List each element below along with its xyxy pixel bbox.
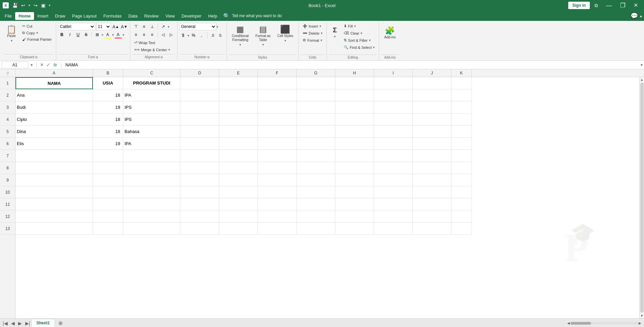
row-num-11[interactable]: 11: [0, 198, 15, 210]
cell-e10[interactable]: [219, 186, 258, 198]
orientation-dropdown-icon[interactable]: ▾: [168, 25, 169, 29]
cell-d5[interactable]: [180, 126, 219, 138]
cell-b7[interactable]: [93, 150, 123, 162]
scroll-thumb-horizontal[interactable]: [571, 322, 591, 325]
cell-d8[interactable]: [180, 162, 219, 174]
cell-i4[interactable]: [374, 113, 413, 126]
scroll-thumb-vertical[interactable]: [640, 83, 644, 313]
menu-review[interactable]: Review: [141, 12, 162, 20]
cell-b5[interactable]: 18: [93, 126, 123, 138]
restore-down-icon[interactable]: ⧉: [591, 2, 601, 9]
row-num-3[interactable]: 3: [0, 101, 15, 113]
copy-button[interactable]: ⧉ Copy ▾: [20, 30, 54, 36]
format-painter-button[interactable]: 🖌 Format Painter: [20, 36, 54, 42]
cell-styles-dropdown-icon[interactable]: ▾: [284, 39, 286, 42]
cell-e6[interactable]: [219, 138, 258, 150]
cell-k8[interactable]: [451, 162, 472, 174]
cell-b13[interactable]: [93, 223, 123, 235]
align-center-button[interactable]: ≡: [140, 31, 148, 38]
cell-e1[interactable]: [219, 77, 258, 89]
cell-h9[interactable]: [335, 174, 374, 186]
cell-h3[interactable]: [335, 101, 374, 113]
grow-font-button[interactable]: A▲: [112, 23, 120, 30]
increase-decimal-button[interactable]: 0.: [217, 32, 225, 39]
cell-f7[interactable]: [258, 150, 297, 162]
cell-a5[interactable]: Dina: [15, 126, 93, 138]
cell-j4[interactable]: [413, 113, 451, 126]
col-header-h[interactable]: H: [335, 69, 374, 77]
addins-button[interactable]: 🧩 Add-ins: [381, 23, 399, 43]
cell-c3[interactable]: IPS: [123, 101, 180, 113]
cell-a7[interactable]: [15, 150, 93, 162]
undo-icon[interactable]: ↩: [20, 2, 27, 9]
cell-reference-box[interactable]: [1, 62, 28, 68]
cell-d2[interactable]: [180, 89, 219, 101]
col-header-a[interactable]: A: [15, 69, 93, 77]
next-sheet-icon[interactable]: ▶: [17, 320, 23, 327]
row-num-2[interactable]: 2: [0, 89, 15, 101]
cell-a8[interactable]: [15, 162, 93, 174]
cell-a2[interactable]: Ana: [15, 89, 93, 101]
cell-d7[interactable]: [180, 150, 219, 162]
cell-f8[interactable]: [258, 162, 297, 174]
cell-g7[interactable]: [297, 150, 335, 162]
strikethrough-button[interactable]: S: [82, 31, 90, 38]
menu-page-layout[interactable]: Page Layout: [69, 12, 100, 20]
col-header-b[interactable]: B: [93, 69, 123, 77]
cancel-formula-icon[interactable]: ✕: [40, 62, 44, 67]
cell-j13[interactable]: [413, 223, 451, 235]
underline-button[interactable]: U: [74, 31, 82, 38]
cell-j11[interactable]: [413, 198, 451, 210]
cell-j7[interactable]: [413, 150, 451, 162]
cell-h5[interactable]: [335, 126, 374, 138]
name-box-dropdown-icon[interactable]: ▾: [30, 63, 34, 67]
percent-button[interactable]: %: [190, 32, 197, 39]
col-header-i[interactable]: I: [374, 69, 413, 77]
sort-dropdown-icon[interactable]: ▾: [369, 38, 371, 42]
cell-c11[interactable]: [123, 198, 180, 210]
menu-insert[interactable]: Insert: [34, 12, 52, 20]
cell-i3[interactable]: [374, 101, 413, 113]
cell-k13[interactable]: [451, 223, 472, 235]
cell-e9[interactable]: [219, 174, 258, 186]
cell-f11[interactable]: [258, 198, 297, 210]
decrease-indent-button[interactable]: ◁: [160, 31, 167, 38]
save-icon[interactable]: 💾: [11, 2, 19, 9]
cell-f9[interactable]: [258, 174, 297, 186]
row-num-5[interactable]: 5: [0, 126, 15, 138]
clear-button[interactable]: ⌫ Clear ▾: [342, 30, 377, 36]
cell-i2[interactable]: [374, 89, 413, 101]
cell-c7[interactable]: [123, 150, 180, 162]
cell-a6[interactable]: Elis: [15, 138, 93, 150]
conditional-dropdown-icon[interactable]: ▾: [239, 43, 241, 46]
cell-i7[interactable]: [374, 150, 413, 162]
menu-data[interactable]: Data: [125, 12, 141, 20]
col-header-f[interactable]: F: [258, 69, 297, 77]
cell-c4[interactable]: IPS: [123, 113, 180, 126]
cell-a10[interactable]: [15, 186, 93, 198]
autosum-button[interactable]: Σ ▾: [329, 23, 341, 42]
delete-dropdown-icon[interactable]: ▾: [321, 31, 323, 35]
close-button[interactable]: ✕: [630, 1, 641, 9]
font-color-dropdown-icon[interactable]: ▾: [123, 33, 124, 37]
cell-a13[interactable]: [15, 223, 93, 235]
minimize-button[interactable]: —: [603, 1, 615, 10]
cell-g13[interactable]: [297, 223, 335, 235]
borders-dropdown-icon[interactable]: ▾: [102, 33, 103, 37]
redo-icon[interactable]: ↪: [32, 2, 39, 9]
cell-d13[interactable]: [180, 223, 219, 235]
cell-e3[interactable]: [219, 101, 258, 113]
format-table-dropdown-icon[interactable]: ▾: [262, 43, 264, 46]
cell-i13[interactable]: [374, 223, 413, 235]
cell-d4[interactable]: [180, 113, 219, 126]
col-header-g[interactable]: G: [297, 69, 335, 77]
bottom-align-button[interactable]: ⊥: [148, 23, 156, 30]
col-header-j[interactable]: J: [413, 69, 451, 77]
cell-k10[interactable]: [451, 186, 472, 198]
cell-d6[interactable]: [180, 138, 219, 150]
autosave-icon[interactable]: ▣: [40, 2, 47, 9]
number-expand-icon[interactable]: ⧉: [207, 56, 209, 59]
cell-g5[interactable]: [297, 126, 335, 138]
scroll-track-horizontal[interactable]: [571, 322, 638, 325]
cell-a12[interactable]: [15, 210, 93, 223]
